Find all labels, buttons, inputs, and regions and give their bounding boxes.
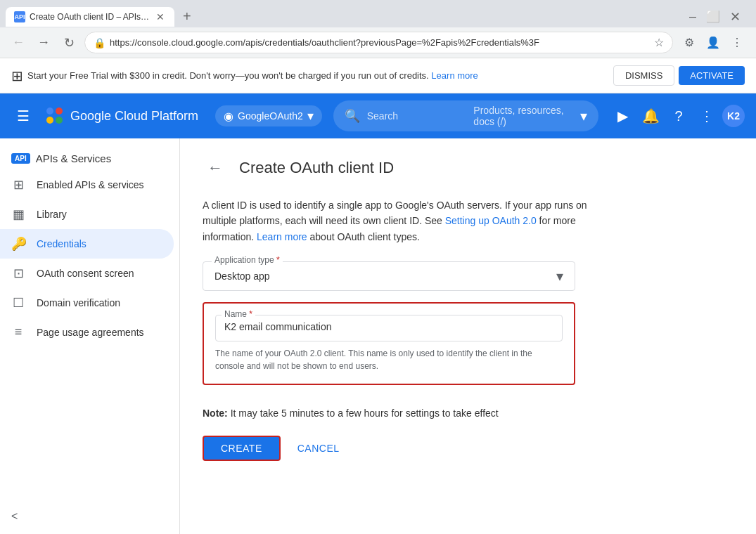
header-right-actions: ▶ 🔔 ? ⋮ K2 <box>610 103 745 129</box>
cancel-button[interactable]: CANCEL <box>286 437 351 460</box>
sidebar-label-credentials: Credentials <box>37 238 87 249</box>
window-maximize-button[interactable]: ⬜ <box>702 8 724 25</box>
search-expand-icon: ▾ <box>580 108 587 124</box>
project-selector[interactable]: ◉ GoogleOAuth2 ▾ <box>215 105 322 126</box>
security-icon: 🔒 <box>94 37 105 48</box>
hamburger-menu-button[interactable]: ☰ <box>11 102 35 130</box>
refresh-button[interactable]: ↻ <box>59 33 79 53</box>
sidebar-label-page-usage: Page usage agreements <box>37 327 144 338</box>
app-logo: Google Cloud Platform <box>46 108 198 124</box>
profile-icon[interactable]: 👤 <box>703 32 724 53</box>
sidebar-header: API APIs & Services <box>0 144 179 170</box>
sidebar: API APIs & Services ⊞ Enabled APIs & ser… <box>0 138 180 534</box>
sidebar-label-enabled-apis: Enabled APIs & services <box>37 179 144 190</box>
oauth-setup-link[interactable]: Setting up OAuth 2.0 <box>445 215 537 226</box>
forward-nav-button[interactable]: → <box>34 33 53 53</box>
search-hint: Products, resources, docs (/) <box>473 105 573 127</box>
project-name: GoogleOAuth2 <box>238 110 303 122</box>
application-type-section: Application type * Desktop app Web appli… <box>203 261 733 291</box>
window-close-button[interactable]: ✕ <box>726 8 745 26</box>
notifications-button[interactable]: 🔔 <box>638 103 663 129</box>
new-tab-button[interactable]: + <box>177 6 197 27</box>
sidebar-item-enabled-apis[interactable]: ⊞ Enabled APIs & services <box>0 170 174 200</box>
search-icon: 🔍 <box>345 108 360 124</box>
address-bar[interactable]: 🔒 https://console.cloud.google.com/apis/… <box>84 32 673 53</box>
extension-icon[interactable]: ⚙ <box>679 32 700 53</box>
back-button[interactable]: ← <box>203 155 228 181</box>
trial-banner: ⊞ Start your Free Trial with $300 in cre… <box>0 58 756 93</box>
name-input[interactable] <box>224 318 553 335</box>
page-description: A client ID is used to identify a single… <box>203 197 610 245</box>
api-badge: API <box>11 153 30 164</box>
back-nav-button[interactable]: ← <box>8 33 28 53</box>
app-header: ☰ Google Cloud Platform ◉ GoogleOAuth2 ▾… <box>0 93 756 138</box>
note-text: Note: It may take 5 minutes to a few hou… <box>203 408 733 419</box>
domain-verification-icon: ☐ <box>11 295 25 311</box>
trial-banner-text: Start your Free Trial with $300 in credi… <box>27 70 609 81</box>
application-type-select[interactable]: Desktop app Web application iOS Android … <box>214 268 563 285</box>
project-icon: ◉ <box>224 110 233 123</box>
cloud-shell-button[interactable]: ▶ <box>610 103 635 129</box>
sidebar-item-library[interactable]: ▦ Library <box>0 200 174 229</box>
application-type-select-wrapper: Desktop app Web application iOS Android … <box>214 268 563 285</box>
activate-button[interactable]: ACTIVATE <box>679 66 745 85</box>
learn-more-link[interactable]: Learn more <box>431 70 478 81</box>
sidebar-item-oauth-consent[interactable]: ⊡ OAuth consent screen <box>0 259 174 288</box>
user-avatar-button[interactable]: K2 <box>722 105 745 127</box>
tab-favicon: API <box>14 11 25 22</box>
page-usage-icon: ≡ <box>11 325 25 339</box>
sidebar-item-domain-verification[interactable]: ☐ Domain verification <box>0 288 174 318</box>
sidebar-label-oauth-consent: OAuth consent screen <box>37 268 134 279</box>
name-field-container: Name * <box>215 315 563 341</box>
bookmark-icon[interactable]: ☆ <box>654 36 664 49</box>
sidebar-label-library: Library <box>37 209 67 220</box>
menu-icon[interactable]: ⋮ <box>726 32 748 53</box>
app-title: Google Cloud Platform <box>70 109 198 124</box>
library-icon: ▦ <box>11 207 25 222</box>
trial-icon: ⊞ <box>11 67 23 84</box>
page-title: Create OAuth client ID <box>239 159 394 177</box>
name-section: Name * The name of your OAuth 2.0 client… <box>203 302 575 385</box>
main-layout: API APIs & Services ⊞ Enabled APIs & ser… <box>0 138 756 534</box>
sidebar-title: APIs & Services <box>36 152 112 164</box>
dismiss-button[interactable]: DISMISS <box>613 65 674 86</box>
more-options-button[interactable]: ⋮ <box>694 103 719 129</box>
enabled-apis-icon: ⊞ <box>11 177 25 193</box>
button-row: CREATE CANCEL <box>203 436 733 461</box>
main-content: ← Create OAuth client ID A client ID is … <box>180 138 756 534</box>
application-type-field: Application type * Desktop app Web appli… <box>203 261 575 291</box>
tab-close-button[interactable]: ✕ <box>155 11 166 22</box>
sidebar-item-credentials[interactable]: 🔑 Credentials <box>0 229 174 259</box>
sidebar-item-page-usage[interactable]: ≡ Page usage agreements <box>0 318 174 346</box>
browser-tab[interactable]: API Create OAuth client ID – APIs &... ✕ <box>6 7 174 27</box>
sidebar-label-domain-verification: Domain verification <box>37 297 120 308</box>
create-button[interactable]: CREATE <box>203 436 281 461</box>
search-placeholder: Search <box>367 110 467 122</box>
oauth-consent-icon: ⊡ <box>11 266 25 281</box>
application-type-label: Application type * <box>212 255 283 265</box>
page-header: ← Create OAuth client ID <box>203 155 733 181</box>
google-logo-icon <box>46 108 63 124</box>
name-hint-text: The name of your OAuth 2.0 client. This … <box>215 347 563 372</box>
url-text: https://console.cloud.google.com/apis/cr… <box>110 37 650 48</box>
name-field-label: Name * <box>222 309 255 319</box>
credentials-icon: 🔑 <box>11 236 25 252</box>
window-minimize-button[interactable]: – <box>685 8 700 25</box>
help-button[interactable]: ? <box>666 103 691 129</box>
project-dropdown-icon: ▾ <box>307 108 314 124</box>
learn-more-oauth-link[interactable]: Learn more <box>257 231 307 242</box>
tab-title: Create OAuth client ID – APIs &... <box>30 12 150 22</box>
search-bar[interactable]: 🔍 Search Products, resources, docs (/) ▾ <box>333 100 598 131</box>
sidebar-collapse-button[interactable]: < <box>11 510 18 523</box>
